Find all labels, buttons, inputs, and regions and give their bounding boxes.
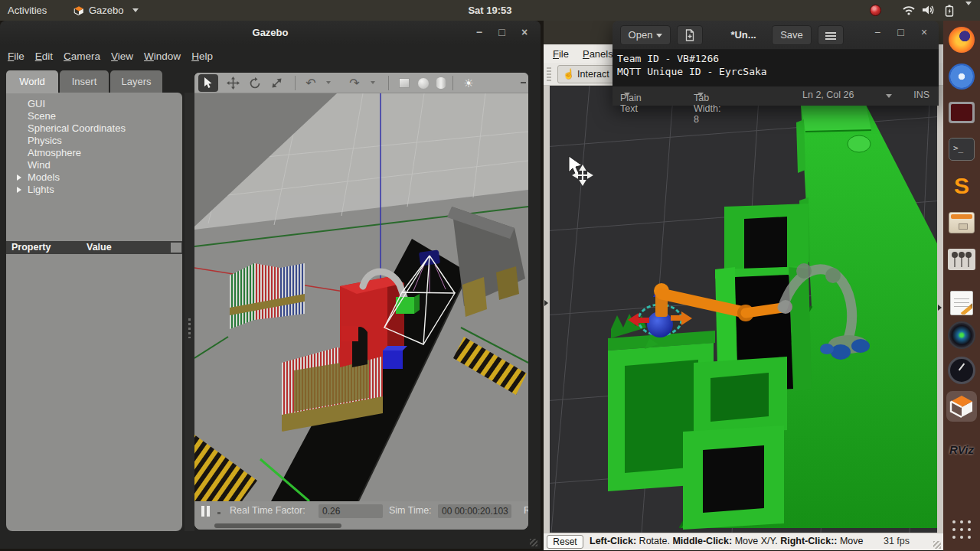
new-document-button[interactable] [677,25,703,45]
gazebo-3d-scene[interactable] [194,93,528,501]
dock-icon-tweaks[interactable] [946,244,977,275]
add-light-button[interactable]: ☀ [459,74,479,92]
tab-layers[interactable]: Layers [110,70,162,93]
menu-view[interactable]: View [111,51,133,62]
rotate-icon [249,77,261,90]
tree-item-wind[interactable]: Wind [6,159,182,171]
dock-icon-terminator[interactable] [946,97,977,128]
new-document-icon [684,29,695,41]
hamburger-icon [825,32,836,40]
left-panel-expander[interactable] [544,86,550,533]
battery-icon[interactable] [945,5,954,17]
dock-icon-timer[interactable] [946,355,977,386]
reset-button[interactable]: Reset [547,535,583,549]
dock-icon-camera[interactable] [946,320,977,350]
expander-icon[interactable] [17,174,21,181]
rviz-viewport[interactable] [544,86,943,533]
insert-mode-indicator[interactable]: INS [913,90,929,100]
rviz-3d-scene[interactable] [544,86,943,533]
gazebo-statusbar: Real Time Factor: 0.26 Sim Time: 00 00:0… [194,501,528,521]
menu-panels[interactable]: Panels [583,48,613,60]
scrollbar-thumb[interactable] [214,523,341,528]
gazebo-toolbar: ↶ ↷ ☀ [194,73,528,93]
dock: >_ S RViz [943,21,980,551]
gazebo-titlebar[interactable]: Gazebo − □ × [0,21,541,44]
dock-icon-sublime-text[interactable]: S [946,171,977,201]
dock-icon-chromium[interactable] [946,61,977,92]
app-menu[interactable]: Gazebo [74,0,139,21]
maximize-button[interactable]: □ [492,21,511,44]
app-gr id-icon [952,520,971,539]
header-handle[interactable] [171,243,181,253]
pause-button[interactable] [201,506,204,517]
add-box-button[interactable] [394,74,414,92]
horizontal-scrollbar[interactable] [194,521,528,530]
redo-button[interactable]: ↷ [345,74,364,92]
minimize-button[interactable]: − [469,21,489,44]
editor-line: MQTT Unique ID - EyrcSaka [617,65,934,78]
interact-tool-button[interactable]: ☝ Interact [557,65,618,83]
menu-camera[interactable]: Camera [64,51,100,62]
select-tool-button[interactable] [198,74,218,92]
undo-history-caret-icon[interactable] [326,81,331,84]
dock-icon-gazebo[interactable] [946,391,977,422]
system-menu-caret-icon[interactable] [965,2,972,5]
dock-icon-text-editor[interactable] [946,288,977,318]
toolbar-overflow-handle[interactable] [521,82,526,83]
expander-icon[interactable] [17,187,21,193]
activities-button[interactable]: Activities [8,0,47,21]
right-panel-expander[interactable] [937,86,943,533]
clock[interactable]: Sat 19:53 [468,0,511,21]
tree-item-atmosphere[interactable]: Atmosphere [6,147,182,159]
hamburger-menu-button[interactable] [818,25,844,45]
show-applications-button[interactable] [946,514,977,545]
tree-item-spherical-coordinates[interactable]: Spherical Coordinates [6,122,182,135]
dock-icon-terminal[interactable]: >_ [946,134,977,165]
rotate-tool-button[interactable] [245,74,265,92]
gazebo-viewport: ↶ ↷ ☀ [194,73,528,530]
close-button[interactable]: × [914,26,934,38]
open-button[interactable]: Open [620,25,671,45]
maximize-button[interactable]: □ [891,26,911,38]
tree-item-physics[interactable]: Physics [6,135,182,147]
resize-grip[interactable] [530,539,537,546]
menu-help[interactable]: Help [191,51,213,62]
tab-world[interactable]: World [6,70,58,93]
chevron-down-icon[interactable] [886,94,892,98]
wifi-icon[interactable] [902,5,916,15]
menu-file[interactable]: File [553,48,569,60]
document-title: *Un... [710,25,776,45]
resize-grip[interactable] [933,541,941,549]
redo-history-caret-icon[interactable] [371,81,375,84]
volume-icon[interactable] [922,5,936,15]
cursor-position[interactable]: Ln 2, Col 26 [802,90,854,100]
gedit-headerbar[interactable]: Open *Un... Save − □ × [612,21,939,50]
close-button[interactable]: × [514,21,534,44]
tree-item-models[interactable]: Models [6,171,182,184]
minimize-button[interactable]: − [867,26,887,38]
tree-item-lights[interactable]: Lights [6,184,182,196]
help-text: Rotate. [636,536,672,546]
sublime-text-icon: S [954,173,969,199]
text-editor-area[interactable]: Team ID - VB#1266 MQTT Unique ID - EyrcS… [612,50,939,86]
pause-button-bar[interactable] [207,506,210,517]
menu-edit[interactable]: Edit [35,51,53,62]
add-cylinder-button[interactable] [431,74,451,92]
tree-item-gui[interactable]: GUI [6,98,182,110]
menu-file[interactable]: File [8,51,24,62]
panel-splitter[interactable] [185,93,194,531]
dock-icon-firefox[interactable] [946,24,977,55]
dock-icon-rviz[interactable]: RViz [946,434,977,465]
menu-window[interactable]: Window [144,51,181,62]
chevron-down-icon [132,8,139,12]
dock-icon-file-roller[interactable] [946,207,977,238]
scale-tool-button[interactable] [266,74,286,92]
screen-record-icon[interactable] [870,5,881,16]
tab-insert[interactable]: Insert [60,70,109,93]
toolbar-drag-handle[interactable] [547,67,551,81]
tree-item-scene[interactable]: Scene [6,110,182,122]
undo-button[interactable]: ↶ [301,74,321,92]
statusbar-handle[interactable] [217,512,220,514]
translate-tool-button[interactable] [223,74,243,92]
save-button[interactable]: Save [772,25,812,45]
